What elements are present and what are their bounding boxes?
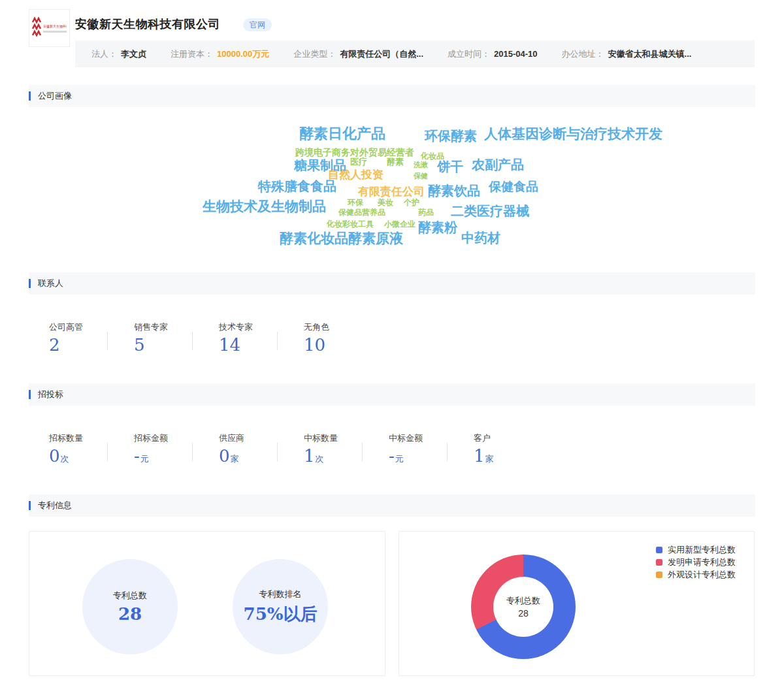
wordcloud-term: 酵素粉 — [418, 221, 457, 234]
wordcloud-term: 保健 — [414, 172, 428, 180]
patent-total-circle: 专利总数 28 — [82, 559, 178, 654]
wordcloud-term: 保健食品 — [489, 180, 538, 193]
info-field-value: 2015-04-10 — [494, 49, 538, 59]
stat-label: 招标金额 — [134, 432, 219, 444]
stat-value[interactable]: 0家 — [219, 446, 304, 469]
wordcloud-term: 酵素 — [387, 157, 404, 166]
stat-item: 技术专家14 — [219, 321, 304, 355]
patent-summary-card: 专利总数 28 专利数排名 75%以后 — [29, 531, 385, 676]
info-field-value: 10000.00万元 — [217, 48, 269, 60]
stat-value[interactable]: -元 — [389, 446, 474, 469]
stat-value[interactable]: 2 — [49, 335, 134, 355]
stat-item: 公司高管2 — [49, 321, 134, 355]
wordcloud-term: 有限责任公司 — [358, 186, 425, 197]
stat-value[interactable]: 0次 — [49, 446, 134, 469]
wordcloud-term: 酵素化妆品 — [280, 231, 348, 245]
wordcloud-term: 美妆 — [378, 199, 393, 206]
legend-swatch — [656, 572, 662, 578]
stat-item: 无角色10 — [304, 321, 389, 355]
contacts-stats-row: 公司高管2销售专家5技术专家14无角色10 — [49, 321, 389, 355]
info-field: 法人：李文贞 — [91, 48, 146, 60]
wordcloud-term: 保健品营养品 — [338, 208, 385, 216]
stat-unit: 家 — [231, 454, 239, 464]
logo-subtext-line — [43, 31, 67, 33]
stat-value[interactable]: 1次 — [304, 446, 389, 469]
stat-label: 销售专家 — [134, 321, 219, 333]
legend-label: 外观设计专利总数 — [668, 570, 736, 579]
info-field: 企业类型：有限责任公司（自然... — [293, 48, 423, 60]
wordcloud-term: 跨境电子商务对外贸易经营者 — [295, 148, 414, 157]
company-name-title: 安徽新天生物科技有限公司 — [75, 16, 220, 32]
wordcloud-term: 药品 — [418, 208, 434, 216]
info-field-label: 法人： — [91, 48, 117, 60]
company-info-bar: 法人：李文贞注册资本：10000.00万元企业类型：有限责任公司（自然...成立… — [75, 40, 755, 67]
stat-value[interactable]: 14 — [219, 335, 304, 355]
section-header-portrait: 公司画像 — [29, 85, 755, 107]
stat-label: 招标数量 — [49, 432, 134, 444]
bidding-stats-row: 招标数量0次招标金额-元供应商0家中标数量1次中标金额-元客户1家 — [49, 432, 559, 469]
patent-donut-card: 专利总数 28 实用新型专利总数发明申请专利总数外观设计专利总数 — [399, 531, 755, 676]
stat-label: 无角色 — [304, 321, 389, 333]
info-field-value: 安徽省太和县城关镇... — [608, 48, 692, 60]
info-field-label: 注册资本： — [171, 48, 213, 60]
wordcloud-term: 饼干 — [437, 160, 463, 173]
wordcloud-term: 农副产品 — [472, 158, 524, 171]
legend-item[interactable]: 实用新型专利总数 — [656, 545, 736, 555]
donut-center-label: 专利总数 — [506, 595, 540, 607]
patent-total-label: 专利总数 — [113, 590, 147, 602]
legend-swatch — [656, 547, 662, 553]
section-accent-bar — [29, 279, 31, 288]
stat-item: 销售专家5 — [134, 321, 219, 355]
info-field-label: 成立时间： — [448, 48, 490, 60]
company-portrait-wordcloud: 酵素日化产品环保酵素人体基因诊断与治疗技术开发跨境电子商务对外贸易经营者化妆品糖… — [0, 108, 784, 272]
section-title: 联系人 — [38, 278, 63, 289]
stat-label: 公司高管 — [49, 321, 134, 333]
stat-value[interactable]: -元 — [134, 446, 219, 469]
patent-donut-chart: 专利总数 28 — [471, 555, 576, 659]
wordcloud-term: 生物技术及生物制品 — [203, 199, 326, 213]
donut-center: 专利总数 28 — [493, 577, 553, 637]
stat-label: 供应商 — [219, 432, 304, 444]
wordcloud-term: 环保 — [348, 199, 363, 206]
wordcloud-term: 医疗 — [350, 157, 367, 166]
legend-item[interactable]: 外观设计专利总数 — [656, 570, 736, 579]
stat-item: 招标金额-元 — [134, 432, 219, 469]
stat-item: 招标数量0次 — [49, 432, 134, 469]
donut-center-value: 28 — [518, 608, 529, 619]
section-header-bidding: 招投标 — [29, 383, 755, 406]
section-accent-bar — [29, 501, 31, 510]
official-site-badge[interactable]: 官网 — [243, 18, 272, 31]
stat-item: 供应商0家 — [219, 432, 304, 469]
wordcloud-term: 化妆彩妆工具 — [327, 220, 374, 228]
wordcloud-term: 酵素原液 — [348, 231, 403, 245]
legend-swatch — [656, 559, 662, 566]
stat-item: 中标金额-元 — [389, 432, 474, 469]
patent-rank-value: 75%以后 — [244, 603, 318, 626]
stat-item: 中标数量1次 — [304, 432, 389, 469]
wordcloud-term: 个护 — [404, 199, 419, 206]
legend-label: 实用新型专利总数 — [668, 545, 736, 555]
legend-label: 发明申请专利总数 — [668, 558, 736, 567]
stat-label: 技术专家 — [219, 321, 304, 333]
patent-total-value: 28 — [118, 604, 142, 624]
stat-value[interactable]: 1家 — [474, 446, 559, 469]
section-header-contacts: 联系人 — [29, 272, 755, 295]
info-field-label: 办公地址： — [562, 48, 604, 60]
stat-unit: 次 — [61, 454, 69, 464]
legend-item[interactable]: 发明申请专利总数 — [656, 558, 736, 567]
wordcloud-term: 酵素饮品 — [428, 184, 480, 197]
section-title: 招投标 — [38, 389, 63, 400]
wordcloud-term: 环保酵素 — [425, 129, 477, 142]
stat-unit: 家 — [485, 454, 494, 464]
info-field-value: 有限责任公司（自然... — [340, 48, 423, 60]
wordcloud-term: 特殊膳食食品 — [258, 180, 336, 193]
donut-legend: 实用新型专利总数发明申请专利总数外观设计专利总数 — [656, 545, 736, 583]
info-field: 注册资本：10000.00万元 — [171, 48, 269, 60]
stat-value[interactable]: 5 — [134, 335, 219, 355]
stat-value[interactable]: 10 — [304, 335, 389, 355]
info-field-value: 李文贞 — [121, 48, 146, 60]
section-header-patents: 专利信息 — [29, 494, 755, 517]
section-accent-bar — [29, 390, 31, 399]
wordcloud-term: 二类医疗器械 — [451, 204, 529, 218]
logo-text: 安徽新天生物科技有限公司 — [43, 24, 67, 29]
